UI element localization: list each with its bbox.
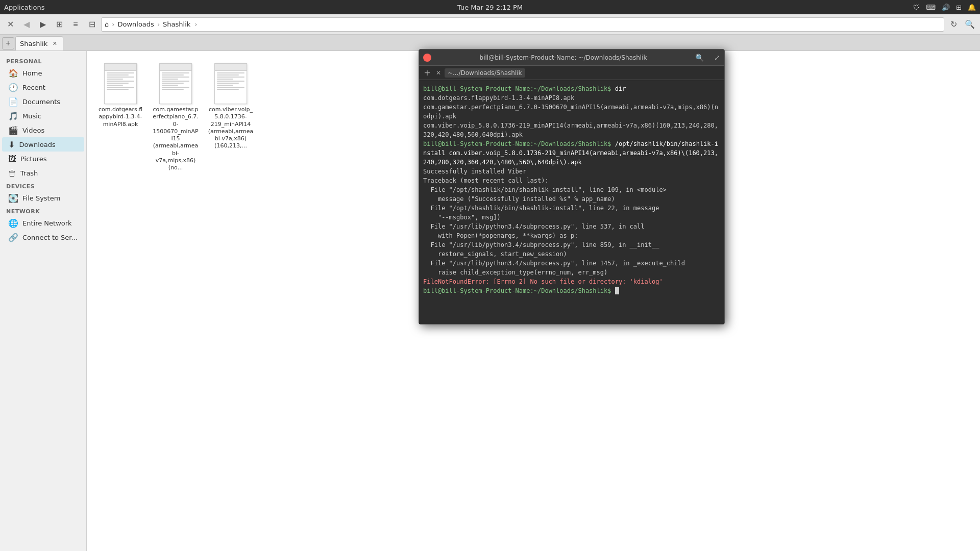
sidebar-item-documents[interactable]: 📄 Documents <box>2 94 84 109</box>
sidebar-label-recent: Recent <box>22 84 45 91</box>
back-button[interactable]: ◀ <box>19 17 34 32</box>
sidebar-item-pictures[interactable]: 🖼 Pictures <box>2 152 84 166</box>
sidebar-item-recent[interactable]: 🕐 Recent <box>2 80 84 94</box>
view-icons-button[interactable]: ⊞ <box>52 17 66 32</box>
connect-server-icon: 🔗 <box>8 233 18 242</box>
sidebar-item-trash[interactable]: 🗑 Trash <box>2 166 84 180</box>
sidebar-item-filesystem[interactable]: 💽 File System <box>2 191 84 205</box>
topbar: Applications Tue Mar 29 2:12 PM 🛡 ⌨ 🔊 ⊞ … <box>0 0 980 14</box>
topbar-left: Applications <box>4 4 44 11</box>
sidebar-item-home[interactable]: 🏠 Home <box>2 66 84 80</box>
terminal-line-5: Successfully installed Viber <box>423 167 720 176</box>
terminal-close-button[interactable]: ✕ <box>423 54 431 62</box>
address-part-shashlik[interactable]: Shashlik <box>163 20 190 28</box>
file-name-1: com.gamestar.perfectpiano_6.7.0-1500670_… <box>153 106 199 172</box>
toolbar-right: ↻ 🔍 <box>946 17 977 32</box>
terminal-line-14: restore_signals, start_new_session) <box>423 249 720 259</box>
tab-shashlik[interactable]: Shashlik ✕ <box>15 36 63 51</box>
terminal-tabs: + ✕ ~.../Downloads/Shashlik <box>419 66 724 80</box>
personal-section-label: Personal <box>0 55 86 66</box>
downloads-icon: ⬇ <box>8 140 15 149</box>
address-arrow[interactable]: › <box>194 20 197 28</box>
recent-icon: 🕐 <box>8 83 18 92</box>
sidebar-item-music[interactable]: 🎵 Music <box>2 109 84 123</box>
terminal-line-12: with Popen(*popenargs, **kwargs) as p: <box>423 231 720 240</box>
documents-icon: 📄 <box>8 97 18 107</box>
terminal-maximize-button[interactable]: ⤢ <box>714 54 720 62</box>
terminal-tab-label: ~.../Downloads/Shashlik <box>448 69 522 77</box>
sidebar-label-downloads: Downloads <box>19 141 55 148</box>
tab-label: Shashlik <box>20 40 47 47</box>
view-compact-button[interactable]: ⊟ <box>85 17 99 32</box>
toolbar: ✕ ◀ ▶ ⊞ ≡ ⊟ ⌂ › Downloads › Shashlik › ↻… <box>0 14 980 35</box>
home-nav-icon[interactable]: ⌂ <box>105 20 109 28</box>
forward-button[interactable]: ▶ <box>36 17 50 32</box>
sidebar-label-entire-network: Entire Network <box>22 219 72 227</box>
address-bar[interactable]: ⌂ › Downloads › Shashlik › <box>101 17 944 32</box>
address-part-downloads[interactable]: Downloads <box>117 20 154 28</box>
file-item-1[interactable]: com.gamestar.perfectpiano_6.7.0-1500670_… <box>150 59 201 176</box>
file-icon-1 <box>159 63 192 104</box>
topbar-right: 🛡 ⌨ 🔊 ⊞ 🔔 <box>913 4 976 11</box>
notification-icon[interactable]: 🔔 <box>968 4 976 11</box>
address-separator-0: › <box>112 20 114 28</box>
entire-network-icon: 🌐 <box>8 218 18 228</box>
sidebar-item-connect-server[interactable]: 🔗 Connect to Ser... <box>2 230 84 244</box>
add-tab-button[interactable]: + <box>2 37 14 49</box>
terminal-line-13: File "/usr/lib/python3.4/subprocess.py",… <box>423 240 720 249</box>
terminal-line-3: com.viber.voip_5.8.0.1736-219_minAPI14(a… <box>423 121 720 139</box>
refresh-button[interactable]: ↻ <box>946 17 961 32</box>
sidebar-label-filesystem: File System <box>22 194 60 202</box>
terminal-line-17: FileNotFoundError: [Errno 2] No such fil… <box>423 277 720 286</box>
keyboard-icon[interactable]: ⌨ <box>926 4 936 11</box>
pictures-icon: 🖼 <box>8 154 16 164</box>
terminal-close-tab-button[interactable]: ✕ <box>434 69 443 77</box>
videos-icon: 🎬 <box>8 126 18 135</box>
terminal-line-7: File "/opt/shashlik/bin/shashlik-install… <box>423 185 720 194</box>
terminal-search-button[interactable]: 🔍 <box>695 54 704 62</box>
sidebar-item-videos[interactable]: 🎬 Videos <box>2 123 84 137</box>
shield-icon[interactable]: 🛡 <box>913 4 920 11</box>
terminal-body[interactable]: bill@bill-System-Product-Name:~/Download… <box>419 80 724 324</box>
file-item-2[interactable]: com.viber.voip_5.8.0.1736-219_minAPI14 (… <box>205 59 256 176</box>
file-icon-2 <box>214 63 247 104</box>
terminal-window: ✕ bill@bill-System-Product-Name: ~/Downl… <box>419 49 725 324</box>
apps-icon[interactable]: ⊞ <box>956 4 962 11</box>
file-name-0: com.dotgears.flappybird-1.3-4-minAPI8.ap… <box>97 106 143 128</box>
terminal-line-15: File "/usr/lib/python3.4/subprocess.py",… <box>423 259 720 268</box>
file-item-0[interactable]: com.dotgears.flappybird-1.3-4-minAPI8.ap… <box>95 59 146 176</box>
sidebar-label-videos: Videos <box>22 127 44 134</box>
topbar-datetime: Tue Mar 29 2:12 PM <box>457 4 523 11</box>
sidebar-label-pictures: Pictures <box>20 155 46 163</box>
terminal-line-6: Traceback (most recent call last): <box>423 176 720 185</box>
terminal-line-11: File "/usr/lib/python3.4/subprocess.py",… <box>423 222 720 231</box>
devices-section-label: Devices <box>0 180 86 191</box>
terminal-line-1: com.dotgears.flappybird-1.3-4-minAPI8.ap… <box>423 93 720 103</box>
terminal-add-tab-button[interactable]: + <box>422 68 432 78</box>
terminal-line-8: message ("Successfully installed %s" % a… <box>423 194 720 204</box>
terminal-line-4: bill@bill-System-Product-Name:~/Download… <box>423 139 720 167</box>
close-tab-button[interactable]: ✕ <box>51 39 59 47</box>
sidebar-label-trash: Trash <box>20 169 38 177</box>
applications-menu[interactable]: Applications <box>4 4 44 11</box>
address-separator-1: › <box>157 20 160 28</box>
trash-icon: 🗑 <box>8 168 16 178</box>
terminal-line-18: bill@bill-System-Product-Name:~/Download… <box>423 286 720 295</box>
terminal-line-0: bill@bill-System-Product-Name:~/Download… <box>423 84 720 93</box>
file-name-2: com.viber.voip_5.8.0.1736-219_minAPI14 (… <box>208 106 254 150</box>
terminal-line-9: File "/opt/shashlik/bin/shashlik-install… <box>423 204 720 213</box>
sidebar-item-downloads[interactable]: ⬇ Downloads <box>2 137 84 152</box>
sidebar-item-entire-network[interactable]: 🌐 Entire Network <box>2 216 84 230</box>
terminal-titlebar: ✕ bill@bill-System-Product-Name: ~/Downl… <box>419 49 724 66</box>
terminal-title: bill@bill-System-Product-Name: ~/Downloa… <box>434 54 692 61</box>
music-icon: 🎵 <box>8 111 18 121</box>
sidebar-label-home: Home <box>22 69 42 77</box>
terminal-line-16: raise child_exception_type(errno_num, er… <box>423 268 720 277</box>
terminal-tab[interactable]: ~.../Downloads/Shashlik <box>445 68 525 78</box>
volume-icon[interactable]: 🔊 <box>942 4 950 11</box>
search-toggle-button[interactable]: 🔍 <box>963 17 977 32</box>
sidebar-label-connect-server: Connect to Ser... <box>22 234 78 241</box>
close-button[interactable]: ✕ <box>3 17 17 32</box>
terminal-line-2: com.gamestar.perfectpiano_6.7.0-1500670_… <box>423 103 720 121</box>
view-list-button[interactable]: ≡ <box>68 17 83 32</box>
